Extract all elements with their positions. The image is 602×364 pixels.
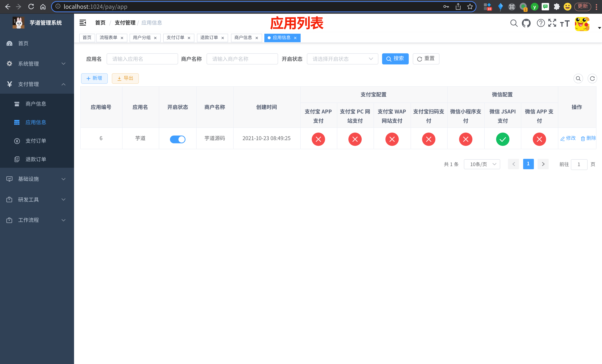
- svg-text:1: 1: [525, 8, 527, 12]
- svg-text:y: y: [533, 4, 536, 10]
